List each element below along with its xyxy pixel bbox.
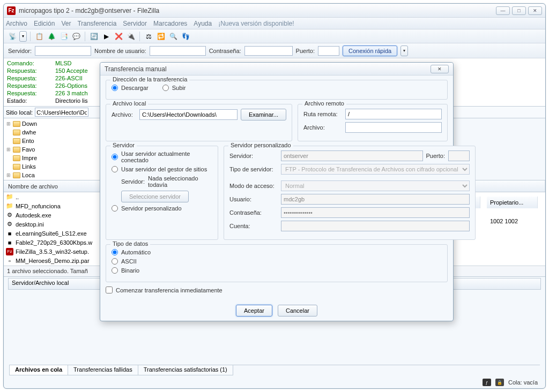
radio-server-sitemgr[interactable] (112, 166, 118, 172)
speed-icon[interactable]: ƒ (483, 379, 491, 386)
toolbar-cancel-icon[interactable]: ❌ (113, 31, 124, 42)
tab-successful[interactable]: Transferencias satisfactorias (1) (138, 365, 233, 375)
col-propietario[interactable]: Propietario... (487, 197, 538, 208)
remote-file-input[interactable] (345, 122, 442, 133)
qc-pass-label: Contraseña: (209, 48, 241, 54)
radio-server-custom[interactable] (112, 205, 118, 212)
toolbar-sitemanager-icon[interactable]: 📡 (7, 31, 18, 42)
menu-servidor[interactable]: Servidor (123, 20, 147, 27)
menu-marcadores[interactable]: Marcadores (153, 20, 187, 27)
maximize-button[interactable]: □ (512, 6, 526, 15)
tree-item[interactable]: ⊞Favo (6, 145, 100, 154)
quickconnect-bar: Servidor: Nombre de usuario: Contraseña:… (4, 43, 545, 58)
toolbar-queue-icon[interactable]: 📑 (58, 31, 69, 42)
tab-queued[interactable]: Archivos en cola (9, 365, 68, 375)
window-title: micropagos tipo 2 - mdc2gb@ontserver - F… (19, 7, 496, 14)
menubar: Archivo Edición Ver Transferencia Servid… (4, 18, 545, 29)
cs-user-input (281, 194, 470, 205)
qc-port-input[interactable] (318, 46, 339, 56)
queue-status: Cola: vacía (508, 379, 538, 386)
radio-binary[interactable] (112, 267, 118, 274)
local-file-input[interactable] (139, 109, 238, 120)
qc-port-label: Puerto: (296, 48, 315, 54)
manual-transfer-dialog: Transferencia manual ✕ Dirección de la t… (100, 62, 454, 321)
qc-user-input[interactable] (150, 46, 206, 56)
val-propietario: 1002 1002 (487, 218, 538, 224)
toolbar-log-icon[interactable]: 📋 (34, 31, 44, 42)
tree-item[interactable]: Links (6, 162, 100, 171)
qc-connect-button[interactable]: Conexión rápida (343, 46, 397, 56)
group-remote-file: Archivo remoto Ruta remota: Archivo: (298, 104, 448, 141)
tree-item[interactable]: ⊞Loca (6, 171, 100, 179)
tree-item[interactable]: Ento (6, 137, 100, 145)
toolbar-disconnect-icon[interactable]: 🔌 (125, 31, 136, 42)
cs-account-input (281, 221, 470, 231)
group-server: Servidor Usar servidor actualmente conec… (106, 146, 218, 240)
local-site-label: Sitio local: (6, 109, 33, 116)
radio-server-current[interactable] (112, 154, 118, 160)
toolbar-process-icon[interactable]: ▶ (101, 31, 112, 42)
accept-button[interactable]: Aceptar (236, 305, 272, 316)
remote-path-input[interactable] (345, 109, 442, 119)
menu-transferencia[interactable]: Transferencia (77, 20, 116, 27)
qc-server-input[interactable] (35, 46, 91, 56)
toolbar-filter-icon[interactable]: 🔍 (168, 31, 179, 42)
cs-type-select: FTP - Protocolo de Transferencia de Arch… (281, 164, 470, 175)
toolbar: 📡 ▾ 📋 🌲 📑 💬 🔄 ▶ ❌ 🔌 ⚖ 🔁 🔍 👣 (4, 29, 545, 43)
radio-auto[interactable] (112, 249, 118, 255)
group-custom-server: Servidor personalizado Servidor: Puerto:… (224, 146, 476, 240)
titlebar: Fz micropagos tipo 2 - mdc2gb@ontserver … (4, 4, 545, 18)
qc-user-label: Nombre de usuario: (94, 48, 146, 54)
radio-upload[interactable] (162, 85, 169, 91)
dialog-title: Transferencia manual (105, 65, 167, 73)
qc-pass-input[interactable] (244, 46, 293, 56)
tab-failed[interactable]: Transferencias fallidas (68, 365, 138, 375)
toolbar-sync-icon[interactable]: 🔁 (155, 31, 166, 42)
menu-new-version[interactable]: ¡Nueva versión disponible! (218, 20, 294, 27)
local-tree[interactable]: ⊞DowndwheEnto⊞FavoImpreLinks⊞Loca (4, 118, 102, 180)
group-local-file: Archivo local Archivo: Examinar... (106, 104, 292, 141)
toolbar-tree-icon[interactable]: 🌲 (46, 31, 57, 42)
cancel-button[interactable]: Cancelar (278, 305, 317, 316)
toolbar-sitemanager-dropdown[interactable]: ▾ (19, 31, 27, 42)
browse-button[interactable]: Examinar... (241, 109, 286, 120)
qc-history-dropdown[interactable]: ▾ (400, 46, 408, 56)
toolbar-refresh-icon[interactable]: 🔄 (88, 31, 99, 42)
app-logo-icon: Fz (7, 6, 16, 15)
cs-pass-input (281, 207, 470, 218)
close-button[interactable]: ✕ (528, 6, 542, 15)
group-data-type: Tipo de datos Automático ASCII Binario (106, 244, 448, 282)
toolbar-compare-icon[interactable]: ⚖ (143, 31, 154, 42)
cs-server-input (281, 150, 423, 161)
minimize-button[interactable]: — (496, 6, 510, 15)
statusbar: ƒ 🔒 Cola: vacía (8, 378, 541, 387)
lock-icon[interactable]: 🔒 (495, 379, 504, 386)
dialog-close-button[interactable]: ✕ (431, 65, 449, 73)
start-immediately-checkbox[interactable] (106, 287, 113, 293)
qc-server-label: Servidor: (8, 48, 32, 54)
group-direction: Dirección de la transferencia Descargar … (106, 80, 448, 100)
local-site-input[interactable] (35, 108, 88, 117)
cs-mode-select: Normal (281, 180, 470, 191)
toolbar-messages-icon[interactable]: 💬 (71, 31, 81, 42)
radio-ascii[interactable] (112, 258, 118, 265)
select-server-button: Seleccione servidor (121, 191, 189, 202)
menu-ver[interactable]: Ver (61, 20, 71, 27)
menu-ayuda[interactable]: Ayuda (194, 20, 212, 27)
menu-edicion[interactable]: Edición (34, 20, 55, 27)
toolbar-search-icon[interactable]: 👣 (180, 31, 191, 42)
tree-item[interactable]: ⊞Down (6, 119, 100, 128)
bottom-tabs: Archivos en cola Transferencias fallidas… (9, 365, 540, 375)
tree-item[interactable]: dwhe (6, 128, 100, 137)
cs-port-input (448, 150, 470, 161)
menu-archivo[interactable]: Archivo (6, 20, 27, 27)
radio-download[interactable] (112, 85, 118, 91)
tree-item[interactable]: Impre (6, 154, 100, 162)
